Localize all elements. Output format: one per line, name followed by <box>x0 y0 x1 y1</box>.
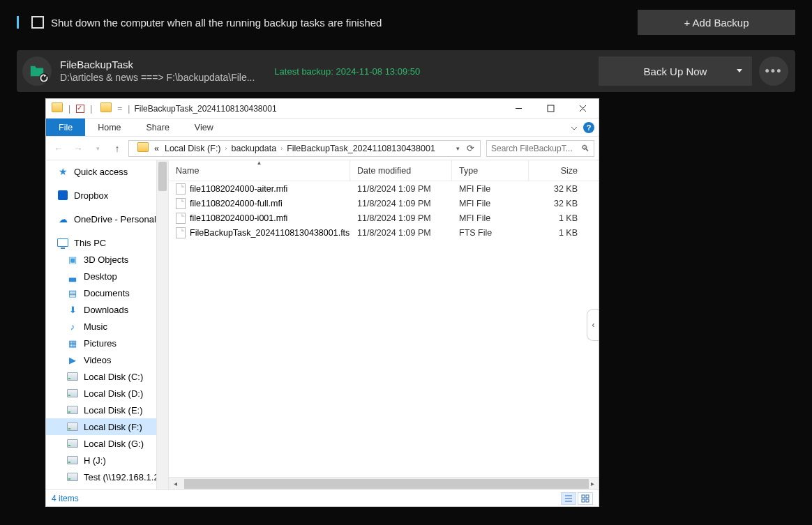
file-name: file11082024000-full.mfi <box>190 199 283 208</box>
file-size: 32 KB <box>529 184 599 194</box>
tab-share[interactable]: Share <box>134 119 182 136</box>
separator: | <box>90 104 92 114</box>
col-size[interactable]: Size <box>529 160 599 181</box>
pictures-icon: ▦ <box>67 337 78 349</box>
accent-bar <box>17 16 19 29</box>
view-icons-button[interactable] <box>578 492 593 505</box>
shutdown-checkbox[interactable] <box>31 16 44 29</box>
maximize-button[interactable] <box>534 99 566 119</box>
scroll-left-icon[interactable]: ◂ <box>169 480 181 487</box>
file-type: FTS File <box>452 228 529 238</box>
file-date: 11/8/2024 1:09 PM <box>350 199 452 208</box>
minimize-button[interactable] <box>502 99 534 119</box>
view-details-button[interactable] <box>561 492 576 505</box>
nav-drive-c[interactable]: Local Disk (C:) <box>46 368 156 385</box>
table-row[interactable]: file11082024000-i001.mfi11/8/2024 1:09 P… <box>169 211 599 225</box>
chevron-down-icon[interactable]: ▾ <box>456 145 460 152</box>
refresh-button[interactable]: ⟳ <box>464 143 477 153</box>
nav-drive-f[interactable]: Local Disk (F:) <box>46 418 156 435</box>
latest-backup-label: Latest backup: 2024-11-08 13:09:50 <box>274 66 420 77</box>
chevron-right-icon[interactable]: › <box>224 145 229 152</box>
nav-recent-icon[interactable]: ▾ <box>89 140 106 157</box>
nav-videos[interactable]: ▶Videos <box>46 351 156 368</box>
qat-icon[interactable] <box>76 105 84 113</box>
address-bar[interactable]: « Local Disk (F:) › backupdata › FileBac… <box>128 140 481 157</box>
shutdown-label: Shut down the computer when all the runn… <box>51 17 382 29</box>
nav-drive-e[interactable]: Local Disk (E:) <box>46 402 156 418</box>
nav-3d-objects[interactable]: ▣3D Objects <box>46 251 156 268</box>
nav-downloads[interactable]: ⬇Downloads <box>46 301 156 318</box>
window-title: FileBackupTask_20241108130438001 <box>134 104 276 114</box>
task-icon <box>22 56 52 86</box>
file-type: MFI File <box>452 199 529 208</box>
tab-home[interactable]: Home <box>85 119 133 136</box>
drive-icon <box>67 455 78 466</box>
backup-task-card: FileBackupTask D:\articles & news ===> F… <box>17 50 795 92</box>
nav-drive-d[interactable]: Local Disk (D:) <box>46 385 156 402</box>
separator: = <box>117 104 122 114</box>
nav-music[interactable]: ♪Music <box>46 318 156 335</box>
explorer-window: | | = | FileBackupTask_20241108130438001… <box>46 99 599 506</box>
breadcrumb[interactable]: FileBackupTask_20241108130438001 <box>284 144 438 153</box>
drive-icon <box>67 471 78 482</box>
titlebar[interactable]: | | = | FileBackupTask_20241108130438001 <box>46 99 599 119</box>
nav-drive-g[interactable]: Local Disk (G:) <box>46 435 156 452</box>
nav-this-pc[interactable]: This PC <box>46 234 156 251</box>
file-icon <box>176 213 186 224</box>
nav-scrollbar[interactable] <box>156 160 169 489</box>
backup-now-button[interactable]: Back Up Now <box>599 56 752 86</box>
nav-forward-button[interactable]: → <box>70 140 87 157</box>
nav-onedrive[interactable]: ☁OneDrive - Personal <box>46 211 156 227</box>
separator: | <box>128 104 130 114</box>
file-list-pane: Name▲ Date modified Type Size file110820… <box>169 160 599 489</box>
more-button[interactable]: ••• <box>759 56 788 86</box>
help-button[interactable]: ? <box>583 122 594 133</box>
column-headers: Name▲ Date modified Type Size <box>169 160 599 181</box>
folder-icon <box>100 102 112 114</box>
ribbon-expand-icon[interactable] <box>571 124 578 131</box>
nav-documents[interactable]: ▤Documents <box>46 284 156 301</box>
nav-desktop[interactable]: ▃Desktop <box>46 268 156 284</box>
file-icon <box>176 227 186 238</box>
col-type[interactable]: Type <box>452 160 529 181</box>
drive-icon <box>67 388 78 399</box>
nav-quick-access[interactable]: ★Quick access <box>46 163 156 180</box>
nav-back-button[interactable]: ← <box>50 140 67 157</box>
breadcrumb[interactable]: backupdata <box>229 144 280 153</box>
cloud-icon: ☁ <box>57 213 68 225</box>
nav-up-button[interactable]: ↑ <box>109 140 126 157</box>
ribbon-tabs: File Home Share View ? <box>46 119 599 137</box>
navigation-pane[interactable]: ★Quick access Dropbox ☁OneDrive - Person… <box>46 160 156 489</box>
folder-icon <box>52 102 63 114</box>
music-icon: ♪ <box>67 321 78 332</box>
task-path: D:\articles & news ===> F:\backupdata\Fi… <box>60 72 255 84</box>
monitor-icon <box>57 237 68 248</box>
cube-icon: ▣ <box>67 254 78 265</box>
tab-view[interactable]: View <box>182 119 226 136</box>
file-type: MFI File <box>452 213 529 223</box>
add-backup-button[interactable]: + Add Backup <box>638 10 795 35</box>
table-row[interactable]: file11082024000-aiter.mfi11/8/2024 1:09 … <box>169 181 599 196</box>
file-name: file11082024000-aiter.mfi <box>190 184 287 194</box>
breadcrumb[interactable]: Local Disk (F:) <box>162 144 224 153</box>
expand-ribbon-handle[interactable]: ‹ <box>587 309 599 341</box>
col-date[interactable]: Date modified <box>350 160 452 181</box>
folder-icon <box>137 142 149 154</box>
nav-row: ← → ▾ ↑ « Local Disk (F:) › backupdata ›… <box>46 137 599 160</box>
nav-network-test[interactable]: Test (\\192.168.1.2 <box>46 469 156 485</box>
nav-drive-h[interactable]: H (J:) <box>46 452 156 469</box>
drive-icon <box>67 421 78 432</box>
table-row[interactable]: FileBackupTask_20241108130438001.fts11/8… <box>169 225 599 240</box>
nav-pictures[interactable]: ▦Pictures <box>46 335 156 351</box>
task-name: FileBackupTask <box>60 59 255 72</box>
tab-file[interactable]: File <box>46 119 85 136</box>
close-button[interactable] <box>566 99 599 119</box>
nav-dropbox[interactable]: Dropbox <box>46 187 156 204</box>
table-row[interactable]: file11082024000-full.mfi11/8/2024 1:09 P… <box>169 196 599 211</box>
horizontal-scrollbar[interactable]: ◂ ▸ <box>169 477 599 489</box>
drive-icon <box>67 371 78 382</box>
chevron-right-icon[interactable]: › <box>279 145 284 152</box>
search-input[interactable]: Search FileBackupT... 🔍︎ <box>486 140 594 157</box>
breadcrumb-overflow[interactable]: « <box>151 144 162 153</box>
col-name[interactable]: Name▲ <box>169 160 350 181</box>
